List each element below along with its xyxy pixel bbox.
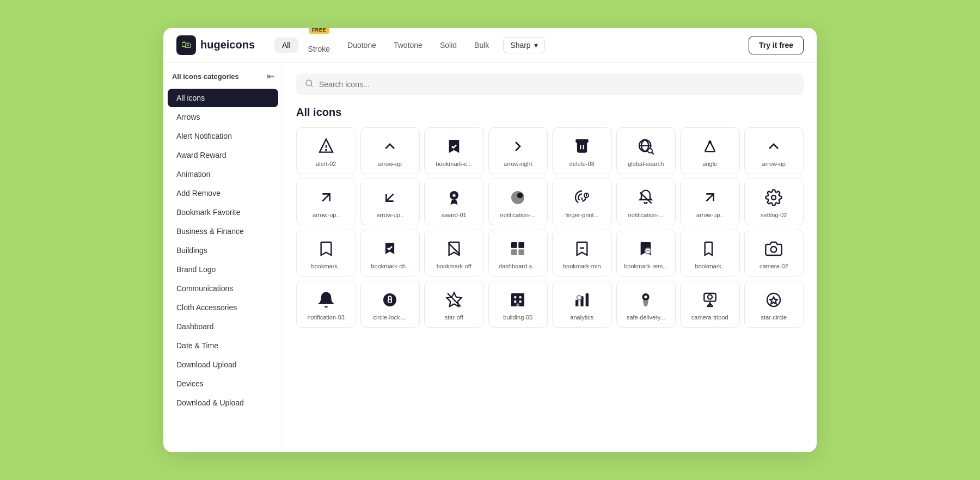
building-05-icon [508, 290, 528, 310]
icon-card-arrow-up-diag[interactable]: arrow-up.. [296, 179, 356, 225]
icon-label-star-off: star-off [429, 314, 479, 321]
icon-card-arrow-up-2[interactable]: arrow-up [744, 127, 804, 174]
shape-selector[interactable]: Sharp ▾ [503, 37, 544, 53]
sidebar-item-animation[interactable]: Animation [168, 165, 278, 183]
icon-card-finger-print[interactable]: finger-print... [552, 179, 612, 225]
icon-card-star-circle[interactable]: star-circle [744, 281, 804, 328]
svg-rect-25 [511, 249, 517, 255]
svg-point-30 [771, 247, 777, 253]
icon-card-camera-tripod[interactable]: camera-tripod [680, 281, 740, 328]
icon-card-safe-delivery[interactable]: safe-delivery... [616, 281, 676, 328]
tab-all[interactable]: All [274, 38, 298, 53]
icon-card-bookmark-ch[interactable]: bookmark-ch.. [360, 230, 420, 276]
icon-card-angle[interactable]: angle [680, 127, 740, 174]
svg-rect-7 [576, 140, 587, 142]
svg-rect-37 [514, 296, 517, 298]
section-title: All icons [296, 106, 804, 119]
icon-card-camera-02[interactable]: camera-02 [744, 230, 804, 276]
search-icon [305, 79, 314, 90]
setting-02-icon [764, 188, 783, 207]
sidebar-item-dashboard[interactable]: Dashboard [168, 317, 278, 336]
icon-card-bookmark-1[interactable]: bookmark.. [296, 230, 356, 276]
circle-lock-icon [380, 290, 400, 310]
delete-03-icon [572, 137, 592, 156]
icon-card-notification-03[interactable]: notification-03 [296, 281, 356, 328]
logo-icon: 🛍 [176, 35, 196, 55]
icon-card-alert-02[interactable]: alert-02 [296, 127, 356, 174]
icon-card-arrow-up[interactable]: arrow-up [360, 127, 420, 174]
icon-card-setting-02[interactable]: setting-02 [744, 179, 804, 225]
icon-label-award-01: award-01 [429, 212, 479, 218]
stroke-tab-wrapper: FREE Stroke [301, 34, 338, 57]
icon-card-dashboard-s[interactable]: dashboard-s... [488, 230, 548, 276]
try-it-free-button[interactable]: Try it free [749, 36, 804, 54]
icon-label-arrow-down-diag: arrow-up.. [365, 212, 415, 218]
sidebar-item-communications[interactable]: Communications [168, 279, 278, 298]
svg-marker-54 [770, 297, 777, 304]
icon-label-building-05: building-05 [493, 314, 543, 321]
icon-card-arrow-down-diag[interactable]: arrow-up.. [360, 179, 420, 225]
tab-bulk[interactable]: Bulk [467, 38, 497, 53]
icon-card-notification-1[interactable]: notification-... [488, 179, 548, 225]
sidebar-item-brand-logo[interactable]: Brand Logo [168, 260, 278, 279]
tab-duotone[interactable]: Duotone [340, 38, 384, 53]
sidebar-item-devices[interactable]: Devices [168, 374, 278, 393]
sidebar-item-bookmark-favorite[interactable]: Bookmark Favorite [168, 203, 278, 221]
icon-card-arrow-up-3[interactable]: arrow-up.. [680, 179, 740, 225]
icon-card-building-05[interactable]: building-05 [488, 281, 548, 328]
icon-card-circle-lock[interactable]: circle-lock-... [360, 281, 420, 328]
award-01-icon [444, 188, 464, 207]
bookmark-ch-icon [380, 239, 400, 259]
analytics-icon [572, 290, 592, 310]
sidebar-item-all-icons[interactable]: All icons [168, 89, 278, 107]
icon-label-finger-print: finger-print... [557, 212, 607, 218]
sidebar: All icons categories ⇤ All icons Arrows … [163, 63, 283, 452]
sidebar-item-download-upload-2[interactable]: Download & Upload [168, 393, 278, 412]
tab-stroke[interactable]: Stroke [301, 41, 338, 57]
notification-1-icon [508, 188, 528, 207]
sidebar-item-download-upload[interactable]: Download Upload [168, 355, 278, 374]
icon-card-global-search[interactable]: global-search [616, 127, 676, 174]
sidebar-item-date-time[interactable]: Date & Time [168, 336, 278, 355]
bookmark-c-icon [444, 137, 464, 156]
icon-label-safe-delivery: safe-delivery... [621, 314, 671, 321]
sidebar-item-award-reward[interactable]: Award Reward [168, 146, 278, 164]
svg-point-33 [389, 300, 390, 301]
svg-point-16 [517, 193, 523, 199]
icon-card-bookmark-c[interactable]: bookmark-c... [424, 127, 484, 174]
icon-card-bookmark-off[interactable]: bookmark-off [424, 230, 484, 276]
star-off-icon [444, 290, 464, 310]
svg-rect-26 [519, 249, 525, 255]
tab-twotone[interactable]: Twotone [386, 38, 430, 53]
svg-point-11 [708, 140, 711, 143]
icon-card-analytics[interactable]: analytics [552, 281, 612, 328]
sidebar-item-cloth-accessories[interactable]: Cloth Accessories [168, 298, 278, 317]
icon-label-notification-03: notification-03 [301, 314, 351, 321]
sidebar-item-buildings[interactable]: Buildings [168, 241, 278, 260]
icon-card-award-01[interactable]: award-01 [424, 179, 484, 225]
icon-card-delete-03[interactable]: delete-03 [552, 127, 612, 174]
icon-card-bookmark-rem[interactable]: bookmark-rem... [616, 230, 676, 276]
bookmark-min-icon [572, 239, 592, 259]
icon-card-bookmark-2[interactable]: bookmark.. [680, 230, 740, 276]
collapse-icon[interactable]: ⇤ [267, 71, 274, 82]
bookmark-1-icon [316, 239, 336, 259]
sidebar-item-add-remove[interactable]: Add Remove [168, 184, 278, 202]
icon-card-star-off[interactable]: star-off [424, 281, 484, 328]
icon-grid: alert-02 arrow-up [296, 127, 804, 328]
tab-solid[interactable]: Solid [432, 38, 464, 53]
sidebar-header: All icons categories ⇤ [163, 71, 283, 88]
sidebar-item-business-finance[interactable]: Business & Finance [168, 222, 278, 241]
finger-print-icon [572, 188, 592, 207]
icon-card-bookmark-min[interactable]: bookmark-min [552, 230, 612, 276]
svg-point-53 [767, 293, 780, 306]
sidebar-item-alert-notification[interactable]: Alert Notification [168, 127, 278, 145]
icon-card-arrow-right[interactable]: arrow-right [488, 127, 548, 174]
svg-rect-24 [519, 242, 525, 248]
icon-label-analytics: analytics [557, 314, 607, 321]
icon-label-arrow-up-2: arrow-up [749, 161, 799, 167]
icon-card-notification-2[interactable]: notification-... [616, 179, 676, 225]
sidebar-item-arrows[interactable]: Arrows [168, 108, 278, 126]
search-input[interactable] [319, 80, 795, 89]
arrow-up-diag-icon [316, 188, 336, 207]
